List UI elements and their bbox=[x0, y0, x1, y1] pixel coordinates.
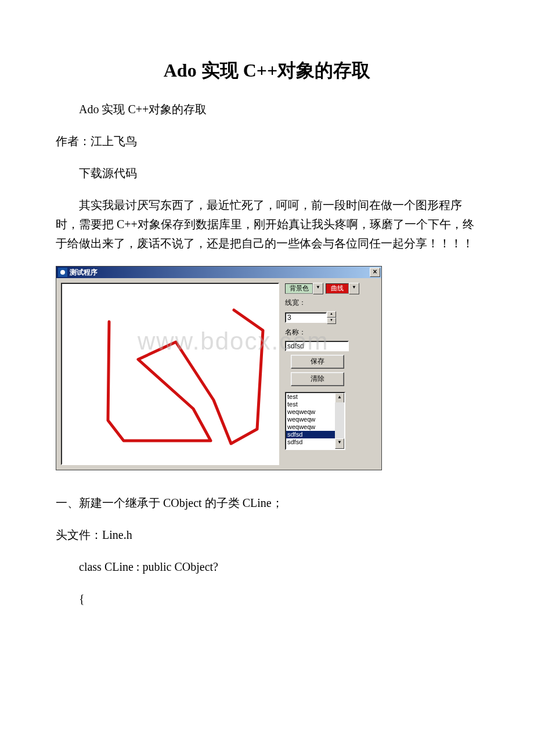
section-1-heading: 一、新建一个继承于 CObject 的子类 CLine； bbox=[56, 494, 478, 513]
drawing-canvas[interactable] bbox=[61, 283, 279, 465]
drawn-line bbox=[62, 284, 278, 464]
name-label: 名称： bbox=[285, 327, 377, 337]
window-title: 测试程序 bbox=[70, 268, 370, 278]
clear-button[interactable]: 清除 bbox=[291, 372, 344, 386]
side-panel: 背景色 ▼ 曲线 ▼ 线宽： 3 ▲ ▼ bbox=[285, 283, 377, 465]
code-line-1: class CLine : public CObject? bbox=[56, 557, 478, 577]
subtitle-line: Ado 实现 C++对象的存取 bbox=[56, 100, 478, 119]
save-button[interactable]: 保存 bbox=[291, 355, 344, 369]
page-title: Ado 实现 C++对象的存取 bbox=[56, 58, 478, 84]
app-icon bbox=[58, 268, 67, 277]
name-input[interactable]: sdfsd bbox=[285, 341, 349, 351]
window-titlebar: 测试程序 × bbox=[56, 267, 381, 278]
spin-up-icon[interactable]: ▲ bbox=[327, 311, 336, 318]
width-label: 线宽： bbox=[285, 298, 377, 308]
intro-paragraph: 其实我最讨厌写东西了，最近忙死了，呵呵，前一段时间在做一个图形程序时，需要把 C… bbox=[56, 196, 478, 253]
app-window: 测试程序 × 背景色 ▼ 曲线 bbox=[56, 266, 382, 470]
width-spinner[interactable]: ▲ ▼ bbox=[327, 311, 336, 324]
scroll-down-icon[interactable]: ▼ bbox=[335, 438, 344, 449]
line-color-picker[interactable]: 曲线 ▼ bbox=[326, 283, 359, 294]
dropdown-icon[interactable]: ▼ bbox=[313, 283, 323, 294]
code-line-2: { bbox=[56, 589, 478, 609]
bg-color-picker[interactable]: 背景色 ▼ bbox=[285, 283, 323, 294]
header-file-line: 头文件：Line.h bbox=[56, 525, 478, 545]
spin-down-icon[interactable]: ▼ bbox=[327, 318, 336, 324]
close-button[interactable]: × bbox=[370, 268, 380, 277]
name-listbox[interactable]: testtestweqweqwweqweqwweqweqwsdfsdsdfsd … bbox=[285, 392, 345, 450]
line-width-input[interactable]: 3 bbox=[285, 312, 327, 323]
dropdown-icon[interactable]: ▼ bbox=[349, 283, 359, 294]
scrollbar[interactable]: ▲ ▼ bbox=[335, 393, 344, 449]
download-link[interactable]: 下载源代码 bbox=[56, 164, 478, 183]
author-line: 作者：江上飞鸟 bbox=[56, 132, 478, 151]
screenshot-figure: 测试程序 × 背景色 ▼ 曲线 bbox=[56, 266, 478, 470]
